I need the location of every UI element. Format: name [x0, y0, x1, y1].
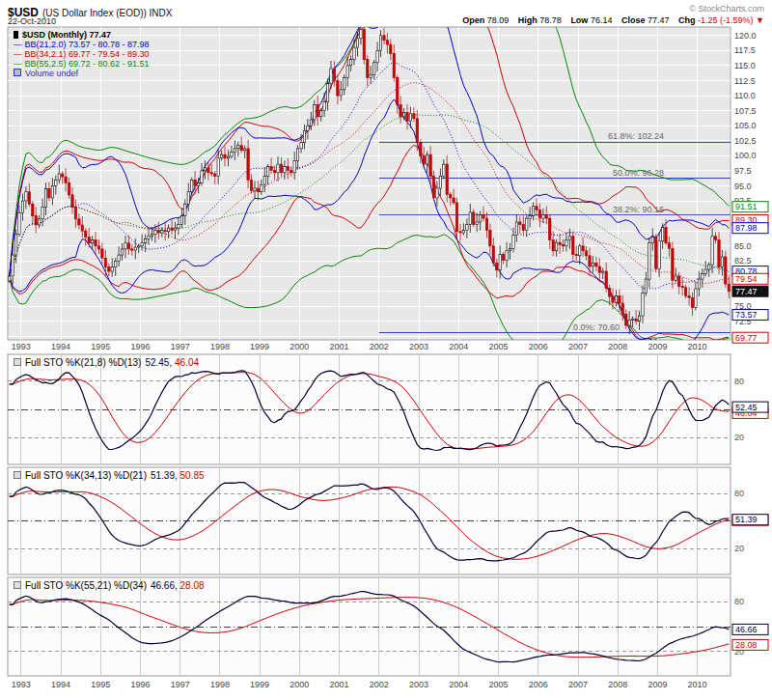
- chg-down-triangle-icon: ▼: [756, 15, 764, 25]
- svg-text:1999: 1999: [250, 342, 269, 351]
- svg-text:2007: 2007: [568, 342, 588, 351]
- svg-text:82.5: 82.5: [734, 256, 752, 266]
- x-axis-years-top: 1993199419951996199719981999200020012002…: [12, 342, 707, 351]
- open-value: 78.09: [487, 15, 510, 25]
- svg-text:2006: 2006: [529, 680, 548, 689]
- volume-icon: [14, 69, 21, 76]
- svg-text:0.0%: 70.60: 0.0%: 70.60: [573, 322, 620, 332]
- high-label: High: [518, 15, 538, 25]
- svg-text:2003: 2003: [409, 680, 428, 689]
- svg-text:87.98: 87.98: [735, 223, 758, 233]
- close-label: Close: [621, 15, 646, 25]
- svg-text:79.54: 79.54: [735, 274, 758, 284]
- svg-text:20: 20: [734, 433, 744, 442]
- stoch3-k-value: 46.66: [151, 580, 175, 591]
- stockcharts-sharpchart: 61.8%: 102.2450.0%: 96.2838.2%: 90.160.0…: [0, 0, 772, 700]
- svg-text:52.45: 52.45: [735, 403, 758, 412]
- svg-text:2002: 2002: [370, 342, 389, 351]
- legend-bb21-row: — BB(21,2.0) 73.57 - 80.78 - 87.98: [14, 40, 150, 49]
- svg-text:2000: 2000: [290, 680, 309, 689]
- legend-symbol-row: $USD (Monthly) 77.47: [14, 30, 150, 40]
- svg-text:1994: 1994: [51, 342, 70, 351]
- bb34-label: BB(34,2.1) 69.77 - 79.54 - 89.30: [25, 49, 150, 59]
- svg-text:46.66: 46.66: [735, 625, 758, 634]
- indicator-icon: [14, 358, 21, 366]
- stoch3-legend: Full STO %K(55,21) %D(34)46.66, 28.08: [14, 580, 205, 591]
- high-value: 78.78: [539, 15, 562, 25]
- svg-text:51.39: 51.39: [735, 515, 758, 524]
- svg-text:2008: 2008: [608, 342, 627, 351]
- stochastic-panel-2: 802050.8551.39: [8, 467, 768, 574]
- main-legend: $USD (Monthly) 77.47 — BB(21,2.0) 73.57 …: [14, 30, 150, 78]
- svg-text:1995: 1995: [91, 680, 110, 689]
- stoch2-d-value: 50.85: [180, 470, 205, 481]
- legend-bb34-row: — BB(34,2.1) 69.77 - 79.54 - 89.30: [14, 49, 150, 59]
- svg-text:91.51: 91.51: [735, 202, 758, 211]
- bb34-color-dash-icon: —: [14, 49, 22, 59]
- stoch3-d-value: 28.08: [180, 580, 205, 591]
- chg-value: -1.25 (-1.59%): [698, 15, 754, 25]
- svg-text:1998: 1998: [210, 680, 230, 689]
- svg-text:117.5: 117.5: [734, 45, 756, 55]
- svg-text:2004: 2004: [449, 680, 468, 689]
- page-title: (US Dollar Index (EOD)) INDX: [42, 8, 172, 18]
- low-label: Low: [570, 15, 588, 25]
- close-value: 77.47: [648, 15, 670, 25]
- svg-text:110.0: 110.0: [734, 91, 756, 100]
- bb21-label: BB(21,2.0) 73.57 - 80.78 - 87.98: [25, 40, 150, 49]
- svg-text:2010: 2010: [688, 680, 707, 689]
- svg-text:115.0: 115.0: [734, 61, 756, 70]
- svg-text:102.5: 102.5: [734, 136, 757, 146]
- stoch2-k-value: 51.39: [151, 470, 175, 481]
- svg-text:1995: 1995: [91, 342, 110, 351]
- svg-text:80: 80: [734, 597, 744, 606]
- svg-text:1997: 1997: [171, 342, 190, 351]
- svg-text:38.2%: 90.16: 38.2%: 90.16: [613, 205, 664, 214]
- stochastic-panel-3: 802028.0846.66: [8, 577, 768, 676]
- indicator-icon: [14, 581, 21, 589]
- svg-text:77.47: 77.47: [735, 287, 758, 296]
- svg-text:2007: 2007: [568, 680, 588, 689]
- stoch1-legend: Full STO %K(21,8) %D(13)52.45, 46.04: [14, 357, 199, 368]
- stoch1-d-value: 46.04: [175, 357, 199, 368]
- svg-text:1994: 1994: [51, 680, 70, 689]
- svg-text:73.57: 73.57: [735, 310, 758, 320]
- svg-text:2008: 2008: [608, 680, 627, 689]
- svg-text:2004: 2004: [449, 342, 468, 351]
- svg-text:50.0%: 96.28: 50.0%: 96.28: [613, 168, 664, 178]
- svg-text:80: 80: [734, 377, 744, 386]
- svg-text:2001: 2001: [330, 342, 349, 351]
- legend-volume-row: Volume undef: [14, 69, 150, 78]
- copyright-label: © StockCharts.com: [689, 4, 764, 14]
- svg-text:112.5: 112.5: [734, 76, 756, 86]
- svg-text:2005: 2005: [488, 680, 508, 689]
- legend-symbol-label: $USD (Monthly) 77.47: [22, 30, 111, 40]
- svg-text:1998: 1998: [210, 342, 230, 351]
- svg-text:1993: 1993: [12, 342, 31, 351]
- svg-text:69.77: 69.77: [735, 333, 758, 343]
- svg-text:20: 20: [734, 544, 744, 553]
- svg-text:97.5: 97.5: [734, 166, 752, 176]
- svg-text:61.8%: 102.24: 61.8%: 102.24: [608, 131, 664, 141]
- bb55-label: BB(55,2.5) 69.72 - 80.62 - 91.51: [25, 59, 150, 69]
- stoch2-label: Full STO %K(34,13) %D(21): [25, 470, 147, 481]
- svg-text:100.0: 100.0: [734, 151, 757, 160]
- candlestick-icon: [14, 31, 18, 39]
- svg-text:105.0: 105.0: [734, 121, 757, 130]
- stochastic-panel-1: 802046.0452.45: [8, 354, 768, 464]
- open-label: Open: [462, 15, 484, 25]
- volume-label: Volume undef: [25, 69, 78, 78]
- quote-line: Open 78.09 High 78.78 Low 76.14 Close 77…: [455, 15, 764, 25]
- svg-text:2005: 2005: [488, 342, 508, 351]
- chart-canvas: 61.8%: 102.2450.0%: 96.2838.2%: 90.160.0…: [0, 0, 772, 700]
- stoch1-label: Full STO %K(21,8) %D(13): [25, 357, 141, 368]
- svg-text:2009: 2009: [648, 342, 667, 351]
- svg-text:1997: 1997: [171, 680, 190, 689]
- svg-text:85.0: 85.0: [734, 241, 752, 251]
- svg-text:1993: 1993: [12, 680, 31, 689]
- chart-date: 22-Oct-2010: [8, 16, 56, 26]
- svg-text:2000: 2000: [290, 342, 309, 351]
- svg-text:120.0: 120.0: [734, 31, 757, 41]
- svg-text:2003: 2003: [409, 342, 428, 351]
- svg-text:107.5: 107.5: [734, 106, 757, 116]
